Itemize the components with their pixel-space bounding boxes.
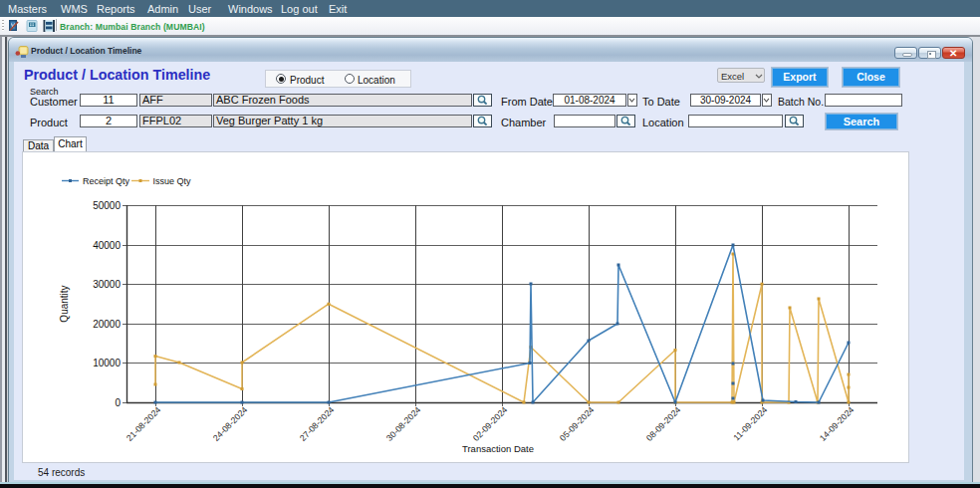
svg-text:10000: 10000 (93, 358, 121, 368)
svg-text:21-08-2024: 21-08-2024 (124, 404, 163, 443)
svg-text:11-09-2024: 11-09-2024 (731, 404, 769, 442)
svg-text:24-08-2024: 24-08-2024 (211, 404, 250, 443)
svg-text:50000: 50000 (93, 200, 121, 211)
svg-text:Quantity: Quantity (59, 285, 70, 322)
svg-text:27-08-2024: 27-08-2024 (298, 404, 337, 443)
svg-text:05-09-2024: 05-09-2024 (558, 404, 597, 443)
svg-text:0: 0 (115, 397, 121, 408)
svg-text:40000: 40000 (93, 240, 121, 251)
svg-text:Receipt Qty: Receipt Qty (83, 176, 130, 186)
svg-text:08-09-2024: 08-09-2024 (644, 404, 683, 443)
svg-text:Issue Qty: Issue Qty (153, 176, 192, 186)
svg-text:30-08-2024: 30-08-2024 (384, 404, 423, 443)
svg-text:20000: 20000 (93, 319, 121, 330)
svg-text:02-09-2024: 02-09-2024 (471, 404, 510, 443)
svg-text:14-09-2024: 14-09-2024 (818, 404, 857, 443)
svg-text:30000: 30000 (93, 279, 121, 290)
svg-text:Transaction Date: Transaction Date (462, 443, 534, 454)
